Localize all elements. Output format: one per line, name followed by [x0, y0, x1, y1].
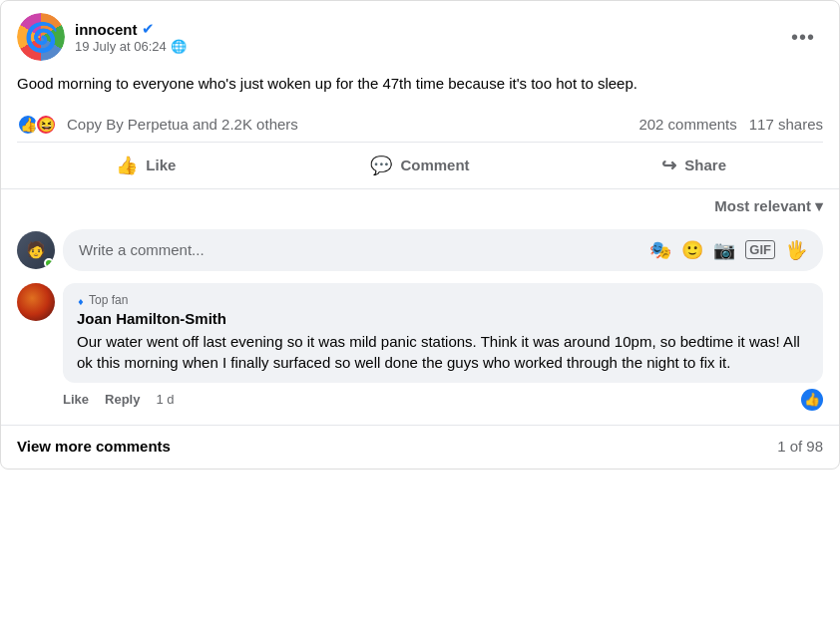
- comment-actions: Like Reply 1 d 👍: [63, 383, 823, 411]
- reaction-emojis: 👍 😆: [17, 114, 53, 136]
- comment-like-button[interactable]: Like: [63, 392, 89, 407]
- post-text: Good morning to everyone who's just woke…: [1, 73, 839, 108]
- comment-bubble: ⬧ Top fan Joan Hamilton-Smith Our water …: [63, 283, 823, 383]
- hand-icon[interactable]: 🖐: [785, 239, 807, 261]
- sort-row: Most relevant ▾: [1, 189, 839, 221]
- sort-label: Most relevant: [714, 197, 811, 214]
- comment-button[interactable]: 💬 Comment: [283, 147, 558, 184]
- like-icon: 👍: [116, 155, 138, 176]
- post-timestamp: 19 July at 06:24 🌐: [75, 39, 187, 54]
- comment-label: Comment: [400, 157, 469, 173]
- chevron-down-icon: ▾: [815, 197, 823, 215]
- comment-like-reaction: 👍: [801, 389, 823, 411]
- reactions-count: Copy By Perpetua and 2.2K others: [67, 116, 298, 133]
- camera-icon[interactable]: 📷: [713, 239, 735, 261]
- share-icon: ↪: [661, 155, 676, 176]
- post-meta: innocent ✔ 19 July at 06:24 🌐: [75, 20, 187, 54]
- top-fan-label: ⬧ Top fan: [77, 293, 809, 308]
- gif-icon[interactable]: GIF: [745, 240, 775, 259]
- author-avatar: 🌀: [17, 13, 65, 61]
- comment-item: ⬧ Top fan Joan Hamilton-Smith Our water …: [17, 283, 823, 411]
- comment-placeholder: Write a comment...: [79, 241, 205, 258]
- online-indicator: [44, 258, 54, 268]
- comment-text: Our water went off last evening so it wa…: [77, 331, 809, 373]
- page-count: 1 of 98: [777, 438, 823, 455]
- commenter-name: Joan Hamilton-Smith: [77, 310, 809, 327]
- shares-count: 117 shares: [749, 116, 823, 133]
- user-avatar: 🧑: [17, 231, 55, 269]
- comment-input[interactable]: Write a comment... 🎭 🙂 📷 GIF 🖐: [63, 229, 823, 271]
- author-name: innocent: [75, 21, 138, 38]
- emoji-icon[interactable]: 🙂: [681, 239, 703, 261]
- like-button[interactable]: 👍 Like: [9, 147, 283, 184]
- sort-button[interactable]: Most relevant ▾: [714, 197, 823, 215]
- diamond-icon: ⬧: [77, 293, 85, 308]
- comment-section: ⬧ Top fan Joan Hamilton-Smith Our water …: [1, 279, 839, 419]
- post-author-line: innocent ✔: [75, 20, 187, 38]
- comment-input-row: 🧑 Write a comment... 🎭 🙂 📷 GIF 🖐: [1, 221, 839, 279]
- like-label: Like: [146, 157, 176, 173]
- post-card: 🌀 innocent ✔ 19 July at 06:24 🌐 ••• Good…: [0, 0, 840, 470]
- avatar: 🌀: [17, 13, 65, 61]
- comment-time: 1 d: [156, 392, 174, 407]
- action-buttons: 👍 Like 💬 Comment ↪ Share: [1, 143, 839, 188]
- comment-content: ⬧ Top fan Joan Hamilton-Smith Our water …: [63, 283, 823, 411]
- timestamp-text: 19 July at 06:24: [75, 39, 167, 54]
- commenter-avatar: [17, 283, 55, 321]
- comments-count: 202 comments: [638, 116, 736, 133]
- top-fan-text: Top fan: [89, 293, 128, 307]
- comment-reply-button[interactable]: Reply: [105, 392, 140, 407]
- post-header: 🌀 innocent ✔ 19 July at 06:24 🌐 •••: [1, 1, 839, 73]
- verified-icon: ✔: [142, 20, 155, 38]
- share-button[interactable]: ↪ Share: [557, 147, 831, 184]
- comment-input-icons: 🎭 🙂 📷 GIF 🖐: [649, 239, 807, 261]
- reactions-row: 👍 😆 Copy By Perpetua and 2.2K others 202…: [1, 108, 839, 142]
- globe-icon: 🌐: [171, 39, 187, 54]
- view-more-row: View more comments 1 of 98: [1, 425, 839, 469]
- comment-icon: 💬: [370, 155, 392, 176]
- reactions-left: 👍 😆 Copy By Perpetua and 2.2K others: [17, 114, 298, 136]
- view-more-button[interactable]: View more comments: [17, 438, 171, 455]
- more-options-button[interactable]: •••: [783, 22, 823, 53]
- reactions-right: 202 comments 117 shares: [638, 116, 823, 133]
- post-header-left: 🌀 innocent ✔ 19 July at 06:24 🌐: [17, 13, 187, 61]
- haha-badge: 😆: [35, 114, 57, 136]
- share-label: Share: [684, 157, 726, 173]
- sticker-icon[interactable]: 🎭: [649, 239, 671, 261]
